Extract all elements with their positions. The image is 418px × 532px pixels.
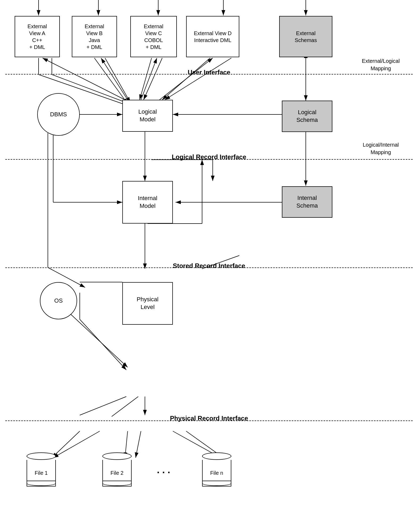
svg-line-40 bbox=[80, 397, 126, 415]
external-view-b-box: External View B Java + DML bbox=[72, 16, 117, 57]
filen-cylinder-top bbox=[202, 452, 231, 460]
cylinder-dots: · · · bbox=[157, 467, 170, 478]
external-schemas-box: External Schemas bbox=[279, 16, 332, 57]
file2-cylinder: File 2 bbox=[102, 452, 132, 486]
svg-line-18 bbox=[101, 58, 128, 100]
svg-line-13 bbox=[140, 58, 152, 100]
physical-level-box: Physical Level bbox=[122, 282, 173, 325]
external-view-c-box: External View C COBOL + DML bbox=[130, 16, 177, 57]
file1-cylinder-top bbox=[27, 452, 56, 460]
svg-line-16 bbox=[165, 58, 231, 100]
svg-line-50 bbox=[70, 314, 128, 367]
os-circle: OS bbox=[40, 282, 77, 319]
physical-record-interface-label: Physical Record Interface bbox=[0, 415, 418, 422]
svg-line-44 bbox=[52, 431, 80, 458]
diagram-container: External View A C++ + DML External View … bbox=[0, 0, 418, 532]
svg-line-19 bbox=[141, 58, 157, 100]
svg-line-15 bbox=[162, 58, 210, 100]
filen-cylinder: File n bbox=[202, 452, 231, 486]
internal-schema-box: Internal Schema bbox=[282, 186, 332, 218]
logical-model-box: Logical Model bbox=[122, 100, 173, 132]
svg-line-12 bbox=[105, 58, 130, 102]
svg-line-38 bbox=[80, 319, 126, 370]
dbms-circle: DBMS bbox=[37, 93, 80, 136]
svg-line-14 bbox=[144, 58, 162, 100]
file1-cylinder: File 1 bbox=[27, 452, 56, 486]
file1-cylinder-body: File 1 bbox=[27, 460, 56, 486]
user-interface-label: User Interface bbox=[0, 69, 418, 76]
external-view-a-box: External View A C++ + DML bbox=[15, 16, 60, 57]
logical-record-interface-label: Logical Record Interface bbox=[0, 153, 418, 161]
file2-cylinder-top bbox=[102, 452, 132, 460]
logical-schema-box: Logical Schema bbox=[282, 101, 332, 132]
svg-line-20 bbox=[160, 58, 213, 100]
svg-line-41 bbox=[112, 397, 138, 416]
file2-cylinder-body: File 2 bbox=[102, 460, 132, 486]
external-view-d-box: External View D Interactive DML bbox=[186, 16, 239, 57]
svg-line-11 bbox=[94, 58, 128, 104]
internal-model-box: Internal Model bbox=[122, 181, 173, 224]
filen-cylinder-body: File n bbox=[202, 460, 231, 486]
svg-line-46 bbox=[136, 431, 141, 458]
svg-line-43 bbox=[53, 431, 100, 458]
stored-record-interface-label: Stored Record Interface bbox=[0, 262, 418, 270]
external-logical-mapping-label: External/Logical Mapping bbox=[357, 57, 405, 72]
